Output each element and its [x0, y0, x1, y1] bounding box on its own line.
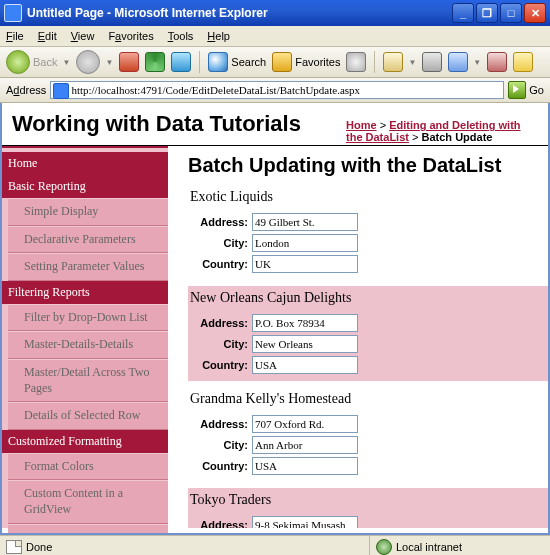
sidebar-item[interactable]: Format Colors	[8, 453, 168, 481]
page-icon	[6, 540, 22, 554]
minimize-button[interactable]: _	[452, 3, 474, 23]
country-field[interactable]	[252, 356, 358, 374]
sidebar: HomeBasic ReportingSimple DisplayDeclara…	[2, 146, 168, 528]
separator	[374, 51, 375, 73]
ie-logo-icon	[4, 4, 22, 22]
field-label-city: City:	[190, 237, 248, 249]
menu-favorites[interactable]: Favorites	[108, 30, 153, 42]
country-field[interactable]	[252, 255, 358, 273]
field-label-address: Address:	[190, 519, 248, 528]
field-label-city: City:	[190, 338, 248, 350]
intranet-icon	[376, 539, 392, 555]
back-icon	[6, 50, 30, 74]
mail-icon	[383, 52, 403, 72]
address-field[interactable]	[252, 213, 358, 231]
country-field[interactable]	[252, 457, 358, 475]
address-input[interactable]	[50, 81, 504, 99]
go-button[interactable]: Go	[508, 81, 544, 99]
menu-edit[interactable]: Edit	[38, 30, 57, 42]
chevron-down-icon: ▼	[105, 58, 113, 67]
sidebar-item-home[interactable]: Home	[2, 152, 168, 175]
search-icon	[208, 52, 228, 72]
favorites-button[interactable]: Favorites	[272, 52, 340, 72]
research-button[interactable]	[513, 52, 533, 72]
field-label-country: Country:	[190, 258, 248, 270]
home-icon	[171, 52, 191, 72]
go-arrow-icon	[508, 81, 526, 99]
supplier-name: New Orleans Cajun Delights	[188, 286, 548, 310]
field-label-country: Country:	[190, 359, 248, 371]
supplier-name: Exotic Liquids	[188, 185, 548, 209]
sidebar-group-head[interactable]: Basic Reporting	[2, 175, 168, 198]
breadcrumb: Home > Editing and Deleting with the Dat…	[346, 119, 536, 143]
menu-view[interactable]: View	[71, 30, 95, 42]
field-label-address: Address:	[190, 317, 248, 329]
forward-button: ▼	[76, 50, 113, 74]
field-label-address: Address:	[190, 216, 248, 228]
city-field[interactable]	[252, 436, 358, 454]
supplier-block: Tokyo TradersAddress:City:Country:	[188, 488, 548, 528]
edit-page-button[interactable]: ▼	[448, 52, 481, 72]
status-bar: Done Local intranet	[0, 535, 550, 555]
menu-help[interactable]: Help	[207, 30, 230, 42]
address-field[interactable]	[252, 415, 358, 433]
field-label-city: City:	[190, 439, 248, 451]
city-field[interactable]	[252, 234, 358, 252]
sidebar-item[interactable]: Custom Content in a GridView	[8, 480, 168, 523]
sidebar-item[interactable]: Master-Details-Details	[8, 331, 168, 359]
close-button[interactable]: ✕	[524, 3, 546, 23]
history-icon	[346, 52, 366, 72]
city-field[interactable]	[252, 335, 358, 353]
star-icon	[272, 52, 292, 72]
mail-button[interactable]: ▼	[383, 52, 416, 72]
sidebar-group-head[interactable]: Customized Formatting	[2, 430, 168, 453]
refresh-button[interactable]	[145, 52, 165, 72]
menu-tools[interactable]: Tools	[168, 30, 194, 42]
sidebar-item[interactable]: Setting Parameter Values	[8, 253, 168, 281]
supplier-block: Grandma Kelly's HomesteadAddress:City:Co…	[188, 387, 548, 482]
separator	[199, 51, 200, 73]
maximize-button[interactable]: □	[500, 3, 522, 23]
breadcrumb-current: Batch Update	[422, 131, 493, 143]
page-heading: Batch Updating with the DataList	[188, 154, 548, 177]
sidebar-item[interactable]: Details of Selected Row	[8, 402, 168, 430]
stop-button[interactable]	[119, 52, 139, 72]
discuss-icon	[487, 52, 507, 72]
address-field[interactable]	[252, 516, 358, 528]
address-label: Address	[6, 84, 46, 96]
refresh-icon	[145, 52, 165, 72]
chevron-down-icon: ▼	[408, 58, 416, 67]
sidebar-group-head[interactable]: Filtering Reports	[2, 281, 168, 304]
toolbar: Back▼ ▼ Search Favorites ▼ ▼	[0, 47, 550, 78]
menu-file[interactable]: File	[6, 30, 24, 42]
sidebar-item[interactable]: Declarative Parameters	[8, 226, 168, 254]
supplier-name: Tokyo Traders	[188, 488, 548, 512]
window-title: Untitled Page - Microsoft Internet Explo…	[27, 6, 450, 20]
supplier-block: Exotic LiquidsAddress:City:Country:	[188, 185, 548, 280]
menubar: File Edit View Favorites Tools Help	[0, 26, 550, 47]
sidebar-item[interactable]: Master/Detail Across Two Pages	[8, 359, 168, 402]
discuss-button[interactable]	[487, 52, 507, 72]
field-label-address: Address:	[190, 418, 248, 430]
address-field[interactable]	[252, 314, 358, 332]
status-text: Done	[0, 540, 58, 554]
chevron-down-icon: ▼	[62, 58, 70, 67]
history-button[interactable]	[346, 52, 366, 72]
page-icon	[53, 83, 69, 99]
address-bar: Address Go	[0, 78, 550, 103]
sidebar-item[interactable]: Filter by Drop-Down List	[8, 304, 168, 332]
sidebar-item[interactable]: Custom Content in a DetailsView	[8, 524, 168, 533]
research-icon	[513, 52, 533, 72]
supplier-block: New Orleans Cajun DelightsAddress:City:C…	[188, 286, 548, 381]
home-button[interactable]	[171, 52, 191, 72]
edit-icon	[448, 52, 468, 72]
back-button[interactable]: Back▼	[6, 50, 70, 74]
main-content: Batch Updating with the DataList Exotic …	[168, 146, 548, 528]
breadcrumb-home[interactable]: Home	[346, 119, 377, 131]
sidebar-item[interactable]: Simple Display	[8, 198, 168, 226]
forward-icon	[76, 50, 100, 74]
restore-button[interactable]: ❐	[476, 3, 498, 23]
print-button[interactable]	[422, 52, 442, 72]
field-label-country: Country:	[190, 460, 248, 472]
search-button[interactable]: Search	[208, 52, 266, 72]
